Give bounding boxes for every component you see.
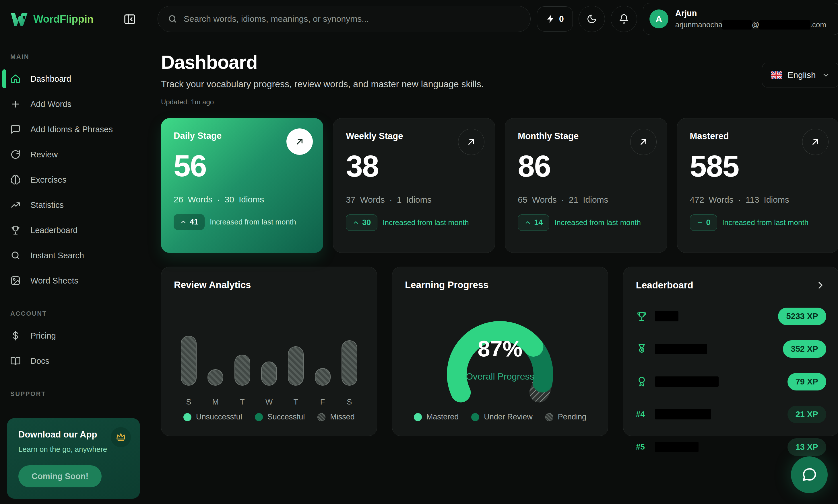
legend-unsuccessful: Unsuccessful <box>183 413 242 421</box>
page-title: Dashboard <box>161 51 484 73</box>
chat-support-button[interactable] <box>791 456 828 493</box>
arrow-up-right-icon <box>465 136 477 148</box>
legend-pending: Pending <box>545 413 586 421</box>
sidebar-section-account: ACCOUNT <box>0 310 147 317</box>
download-app-card: Download our App Learn on the go, anywhe… <box>7 418 140 499</box>
leaderboard-card: Leaderboard 5233 XP <box>623 267 838 436</box>
dot-separator: · <box>390 195 392 205</box>
day-label: S <box>342 398 357 407</box>
sidebar-item-label: Pricing <box>30 331 56 341</box>
sidebar-item-word-sheets[interactable]: Word Sheets <box>0 268 147 293</box>
delta-badge: 41 <box>174 214 205 230</box>
words-count: 472 <box>690 195 704 205</box>
leaderboard-row-4[interactable]: #4 21 XP <box>636 402 826 426</box>
sidebar-collapse-button[interactable] <box>123 12 137 26</box>
sidebar: WordFlippin MAIN Dashboard Add Words Add… <box>0 0 147 504</box>
stat-breakdown: 26Words · 30Idioms <box>174 195 310 204</box>
missed-dot <box>318 413 325 421</box>
overall-progress-value: 87% <box>478 336 522 362</box>
sidebar-item-docs[interactable]: Docs <box>0 348 147 374</box>
language-selector[interactable]: English <box>762 63 838 87</box>
sidebar-section-support: SUPPORT <box>0 390 147 398</box>
main-area: 0 A Arjun arjunmanocha@.com Das <box>147 0 838 504</box>
sidebar-item-label: Docs <box>30 356 49 366</box>
global-search <box>157 6 531 32</box>
plus-icon <box>10 99 21 109</box>
dollar-icon <box>10 330 21 341</box>
legend-successful: Successful <box>255 413 305 421</box>
streak-button[interactable]: 0 <box>537 6 573 32</box>
idioms-label: Idioms <box>239 195 264 204</box>
sidebar-item-instant-search[interactable]: Instant Search <box>0 243 147 268</box>
leaderboard-row-1[interactable]: 5233 XP <box>636 304 826 328</box>
open-daily-stage-button[interactable] <box>286 128 313 155</box>
stat-delta: 14 Increased from last month <box>518 214 654 231</box>
award-ribbon-icon <box>636 376 647 387</box>
sidebar-item-statistics[interactable]: Statistics <box>0 192 147 218</box>
overall-progress-label: Overall Progress <box>466 371 534 382</box>
bell-icon <box>619 14 629 24</box>
delta-badge: 14 <box>518 214 549 231</box>
delta-value: 41 <box>190 218 198 227</box>
rank-1 <box>636 310 655 322</box>
sidebar-item-dashboard[interactable]: Dashboard <box>0 66 147 91</box>
topbar: 0 A Arjun arjunmanocha@.com <box>147 0 838 38</box>
sidebar-item-pricing[interactable]: Pricing <box>0 323 147 348</box>
delta-value: 14 <box>534 218 543 227</box>
sidebar-item-review[interactable]: Review <box>0 142 147 167</box>
leaderboard-expand-button[interactable] <box>815 280 826 291</box>
xp-badge: 5233 XP <box>778 308 826 325</box>
redacted-player-name <box>655 376 719 387</box>
rank-4: #4 <box>636 410 655 419</box>
open-mastered-button[interactable] <box>802 129 828 155</box>
sidebar-nav: MAIN Dashboard Add Words Add Idioms & Ph… <box>0 38 147 411</box>
sidebar-item-label: Add Words <box>30 100 71 109</box>
theme-toggle-button[interactable] <box>579 6 605 32</box>
delta-note: Increased from last month <box>210 218 296 227</box>
delta-value: 0 <box>706 218 711 227</box>
delta-badge: 0 <box>690 214 717 231</box>
delta-note: Increased from last month <box>722 218 809 227</box>
sidebar-item-exercises[interactable]: Exercises <box>0 167 147 192</box>
widgets-row: Review Analytics S M T W T F <box>161 267 838 436</box>
home-icon <box>10 74 21 84</box>
idioms-label: Idioms <box>764 195 789 205</box>
updated-timestamp: Updated: 1m ago <box>161 98 484 106</box>
coming-soon-button[interactable]: Coming Soon! <box>18 465 102 487</box>
review-analytics-title: Review Analytics <box>174 280 364 290</box>
medal-icon <box>636 343 647 355</box>
user-profile[interactable]: A Arjun arjunmanocha@.com <box>643 3 838 35</box>
review-analytics-legend: Unsuccessful Successful Missed <box>174 413 364 423</box>
chevron-up-icon <box>353 219 359 226</box>
sidebar-item-add-words[interactable]: Add Words <box>0 91 147 117</box>
sidebar-header: WordFlippin <box>0 0 147 38</box>
email-suffix: .com <box>810 20 826 29</box>
progress-gauge: 87% Overall Progress <box>405 292 595 413</box>
idioms-count: 21 <box>569 195 578 205</box>
learning-progress-title: Learning Progress <box>405 280 595 290</box>
stat-card-mastered: Mastered 585 472Words · 113Idioms 0 Incr… <box>677 118 838 253</box>
legend-under-review: Under Review <box>471 413 533 421</box>
arrow-up-right-icon <box>809 136 821 148</box>
dot-separator: · <box>738 195 741 205</box>
delta-note: Increased from last month <box>382 218 469 227</box>
panel-collapse-icon <box>123 12 137 26</box>
successful-dot <box>255 413 263 421</box>
leaderboard-row-2[interactable]: 352 XP <box>636 337 826 361</box>
bar-wednesday <box>261 361 277 385</box>
leaderboard-row-5[interactable]: #5 13 XP <box>636 435 826 459</box>
brain-icon <box>10 175 21 185</box>
idioms-label: Idioms <box>406 195 431 205</box>
trending-up-icon <box>10 200 21 210</box>
sidebar-item-leaderboard[interactable]: Leaderboard <box>0 218 147 243</box>
trophy-icon <box>10 225 21 235</box>
open-weekly-stage-button[interactable] <box>458 129 484 155</box>
open-monthly-stage-button[interactable] <box>630 129 656 155</box>
sidebar-item-label: Word Sheets <box>30 276 78 286</box>
leaderboard-row-3[interactable]: 79 XP <box>636 370 826 394</box>
search-input[interactable] <box>184 14 520 24</box>
leaderboard-header: Leaderboard <box>636 280 826 291</box>
words-count: 65 <box>518 195 527 205</box>
sidebar-item-add-idioms[interactable]: Add Idioms & Phrases <box>0 117 147 142</box>
notifications-button[interactable] <box>611 6 637 32</box>
